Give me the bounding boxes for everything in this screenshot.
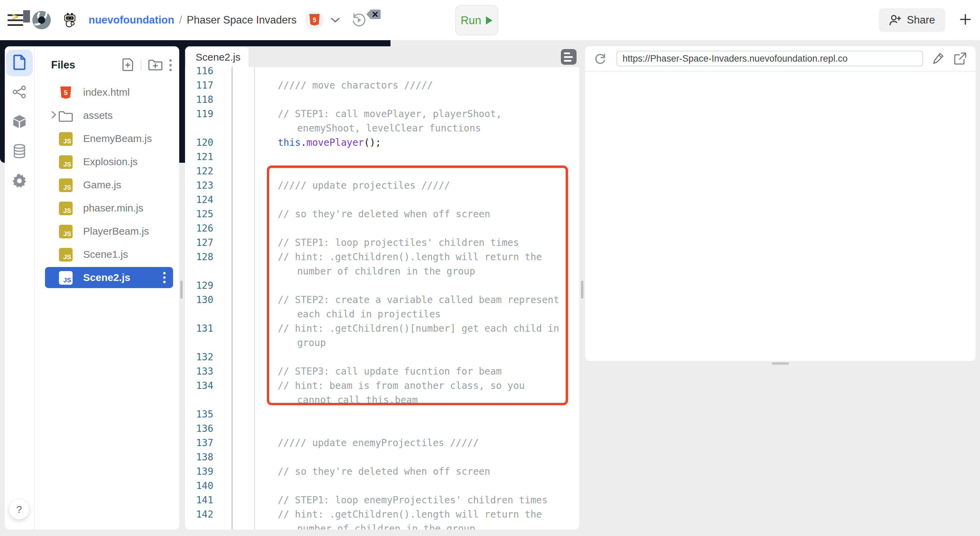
open-external-icon[interactable] <box>954 52 967 65</box>
console-prompt: > <box>11 10 18 23</box>
line-number: 128 <box>185 250 232 264</box>
code-wrap-row: each child in projectiles <box>185 307 579 322</box>
file-item-index.html[interactable]: 5index.html <box>45 82 173 103</box>
line-number: 118 <box>185 93 232 107</box>
code-row-140: 140 <box>185 479 579 493</box>
editor-preview-resize-handle[interactable] <box>581 281 583 299</box>
preview-console-resize-handle[interactable] <box>772 362 789 365</box>
line-number: 131 <box>185 322 232 336</box>
sidebar-editor-resize-handle[interactable] <box>180 281 183 299</box>
file-menu-kebab-icon[interactable] <box>163 272 165 283</box>
files-menu-kebab-icon[interactable] <box>169 59 172 71</box>
file-item-Scene1.js[interactable]: JSScene1.js <box>45 244 173 265</box>
tab-label: Scene2.js <box>196 51 240 63</box>
code-wrap-row: number of children in the group <box>185 264 579 279</box>
tab-scene2js[interactable]: Scene2.js <box>186 48 248 67</box>
line-number <box>185 264 232 279</box>
code-row-127: 127// STEP1: loop projectiles' children … <box>185 236 579 250</box>
code-text <box>232 350 278 365</box>
code-row-123: 123///// update projectiles ///// <box>185 178 579 193</box>
line-number <box>185 393 232 407</box>
share-button-label: Share <box>907 14 935 26</box>
files-pane-title: Files <box>51 59 122 71</box>
new-folder-icon[interactable] <box>148 59 162 71</box>
svg-text:5: 5 <box>64 89 67 97</box>
code-text <box>232 93 278 107</box>
chevron-right-icon[interactable] <box>51 111 57 120</box>
help-button[interactable]: ? <box>9 500 29 519</box>
code-row-129: 129 <box>185 279 579 293</box>
code-text <box>232 407 278 422</box>
html-file-icon: 5 <box>59 85 73 100</box>
code-wrap-row: cannot call this.beam <box>185 393 579 407</box>
code-row-130: 130// STEP2: create a variable called be… <box>185 293 579 307</box>
refresh-icon[interactable] <box>594 52 607 65</box>
code-row-132: 132 <box>185 350 579 365</box>
code-row-128: 128// hint: .getChildren().length will r… <box>185 250 579 264</box>
rail-item-version-control[interactable] <box>6 79 33 106</box>
code-row-138: 138 <box>185 450 579 465</box>
preview-url-input[interactable] <box>616 51 923 67</box>
code-row-119: 119// STEP1: call movePlayer, playerShoo… <box>185 107 579 121</box>
file-item-EnemyBeam.js[interactable]: JSEnemyBeam.js <box>45 128 173 149</box>
file-name: EnemyBeam.js <box>83 133 152 144</box>
rail-item-settings[interactable] <box>6 168 33 195</box>
new-tab-plus-icon[interactable] <box>959 14 971 27</box>
rail-item-database[interactable] <box>6 139 33 165</box>
code-text <box>232 221 278 236</box>
file-item-Explosion.js[interactable]: JSExplosion.js <box>45 151 173 172</box>
line-number: 132 <box>185 350 232 365</box>
preview-panel <box>585 46 975 361</box>
line-number: 140 <box>185 479 232 493</box>
code-row-133: 133// STEP3: call update fucntion for be… <box>185 365 579 379</box>
file-name: Explosion.js <box>83 156 138 168</box>
code-text: number of children in the group <box>232 522 475 530</box>
js-file-icon: JS <box>59 247 73 262</box>
code-text: group <box>232 336 326 350</box>
rail-item-files[interactable] <box>6 50 33 76</box>
line-number: 124 <box>185 193 232 207</box>
gear-icon <box>12 173 27 190</box>
rail-item-packages[interactable] <box>6 109 33 136</box>
code-row-121: 121 <box>185 150 579 164</box>
editor-layout-icon[interactable] <box>561 49 577 65</box>
file-item-Scene2.js[interactable]: JSScene2.js <box>45 267 173 288</box>
line-number: 137 <box>185 436 232 450</box>
line-number: 122 <box>185 164 232 178</box>
share-button[interactable]: Share <box>879 8 945 32</box>
database-icon <box>12 144 27 160</box>
code-row-131: 131// hint: .getChildren()[number] get e… <box>185 322 579 336</box>
line-number: 130 <box>185 293 232 307</box>
file-item-PlayerBeam.js[interactable]: JSPlayerBeam.js <box>45 220 173 242</box>
code-wrap-row: group <box>185 336 579 350</box>
code-text <box>232 479 278 493</box>
run-button[interactable]: Run <box>455 5 498 35</box>
file-list: 5index.htmlassetsJSEnemyBeam.jsJSExplosi… <box>35 82 179 288</box>
invite-user-icon <box>889 15 902 25</box>
file-item-assets[interactable]: assets <box>45 105 173 126</box>
code-text: number of children in the group <box>232 264 475 279</box>
edit-pencil-icon[interactable] <box>932 52 944 65</box>
code-text: cannot call this.beam <box>232 393 418 407</box>
line-number: 134 <box>185 379 232 393</box>
file-name: Scene1.js <box>83 249 128 260</box>
sidebar-panel: Files 5index.htmlassetsJSEn <box>5 46 179 530</box>
code-text <box>232 150 278 164</box>
file-item-Game.js[interactable]: JSGame.js <box>45 174 173 195</box>
new-file-icon[interactable] <box>122 58 134 72</box>
cube-icon <box>12 114 27 130</box>
js-file-icon: JS <box>59 270 73 285</box>
run-button-label: Run <box>461 14 482 27</box>
code-row-142: 142// hint: .getChildren().length will r… <box>185 507 579 522</box>
file-item-phaser.min.js[interactable]: JSphaser.min.js <box>45 198 173 219</box>
code-row-139: 139// so they're deleted when off screen <box>185 465 579 479</box>
line-number: 127 <box>185 236 232 250</box>
code-text: // hint: .getChildren().length will retu… <box>232 507 542 522</box>
code-text: // so they're deleted when off screen <box>232 465 490 479</box>
code-wrap-row: number of children in the group <box>185 522 579 530</box>
code-row-137: 137///// update enemyProjectiles ///// <box>185 436 579 450</box>
code-editor[interactable]: 116117///// move charactors /////118119/… <box>185 67 579 530</box>
clear-console-icon[interactable] <box>366 9 381 21</box>
code-text: // STEP1: call movePlayer, playerShoot, <box>232 107 501 121</box>
code-row-116: 116 <box>185 67 579 78</box>
